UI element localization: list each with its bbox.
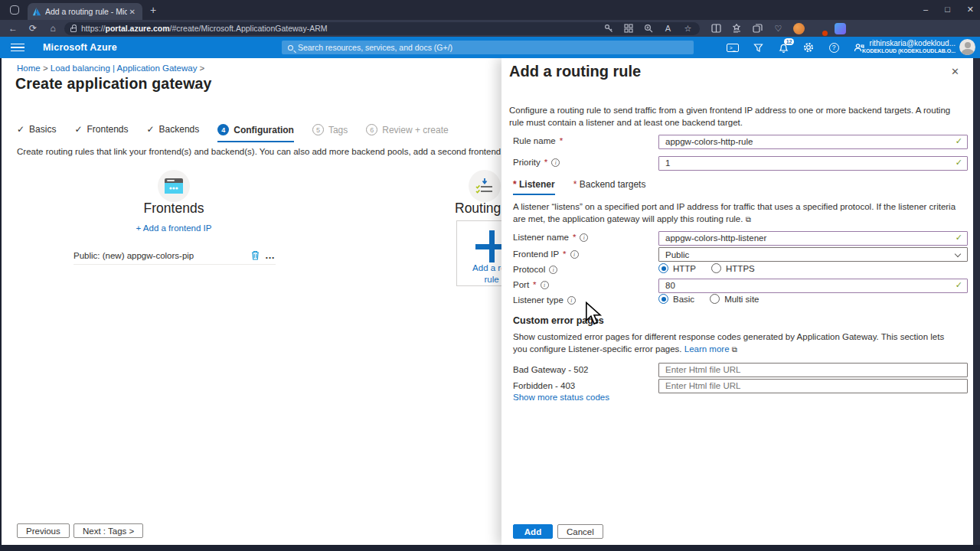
tab-title: Add a routing rule - Microsoft A...	[45, 7, 127, 16]
info-icon: i	[549, 266, 557, 274]
breadcrumb-load-balancing[interactable]: Load balancing | Application Gateway	[51, 64, 198, 73]
account-info[interactable]: rithinskaria@kodekloud... KODEKLOUD (KOD…	[862, 39, 956, 54]
add-button[interactable]: Add	[513, 524, 553, 539]
page-scrollbar[interactable]	[973, 58, 980, 545]
port-input[interactable]	[658, 279, 968, 293]
address-bar[interactable]: https://portal.azure.com/#create/Microso…	[64, 22, 700, 35]
help-icon[interactable]: ?	[828, 41, 840, 54]
portal-content: Home > Load balancing | Application Gate…	[0, 58, 980, 545]
show-more-status-codes-link[interactable]: Show more status codes	[513, 393, 609, 402]
password-key-icon[interactable]	[603, 23, 614, 34]
valid-check-icon: ✓	[956, 158, 962, 168]
frontends-section-title: Frontends	[116, 201, 231, 217]
check-icon: ✓	[74, 124, 82, 135]
add-frontend-ip-link[interactable]: + Add a frontend IP	[116, 223, 231, 233]
radio-http[interactable]: HTTP	[658, 263, 696, 273]
bad-gateway-input[interactable]	[658, 363, 968, 377]
settings-gear-icon[interactable]	[802, 41, 815, 54]
panel-close-icon[interactable]: ✕	[951, 66, 959, 77]
step-number: 5	[312, 124, 324, 135]
priority-label: Priority*i	[513, 158, 560, 167]
window-close-button[interactable]: ✕	[967, 5, 974, 15]
radio-multi-site[interactable]: Multi site	[710, 294, 759, 304]
rule-name-input[interactable]	[658, 135, 968, 149]
search-input[interactable]	[298, 43, 688, 52]
split-screen-icon[interactable]	[710, 23, 722, 34]
browser-essentials-icon[interactable]: ♡	[773, 23, 784, 34]
rule-name-field: ✓	[658, 134, 968, 148]
back-icon[interactable]: ←	[5, 23, 21, 34]
copilot-icon[interactable]	[835, 23, 846, 34]
bad-gateway-label: Bad Gateway - 502	[513, 365, 588, 374]
priority-field: ✓	[658, 155, 968, 170]
delete-trash-icon[interactable]	[251, 250, 260, 260]
radio-https[interactable]: HTTPS	[711, 263, 755, 273]
info-icon: i	[570, 250, 579, 259]
cloud-shell-icon[interactable]: >_	[727, 41, 739, 54]
tab-listener[interactable]: * Listener	[513, 179, 555, 195]
collections-icon[interactable]	[731, 23, 743, 34]
previous-button[interactable]: Previous	[17, 523, 70, 538]
settings-more-icon[interactable]	[814, 23, 825, 34]
tab-frontends[interactable]: ✓Frontends	[74, 124, 128, 140]
listener-type-label: Listener typei	[513, 295, 576, 305]
forbidden-label: Forbidden - 403	[513, 381, 575, 390]
tab-tags[interactable]: 5Tags	[312, 124, 348, 141]
priority-input[interactable]	[658, 156, 968, 171]
cancel-button[interactable]: Cancel	[557, 524, 603, 539]
tab-configuration[interactable]: 4Configuration	[217, 124, 294, 142]
window-maximize-button[interactable]: □	[945, 5, 950, 14]
notifications-bell-icon[interactable]: 12	[777, 41, 789, 54]
window-minimize-button[interactable]: –	[923, 5, 928, 14]
tab-groups-icon[interactable]	[752, 23, 763, 34]
radio-basic[interactable]: Basic	[658, 294, 694, 304]
new-tab-button[interactable]: +	[150, 4, 156, 16]
forbidden-field	[658, 378, 968, 393]
home-icon[interactable]: ⌂	[44, 23, 61, 34]
valid-check-icon: ✓	[956, 233, 962, 243]
directory-filter-icon[interactable]	[752, 41, 764, 54]
listener-name-input[interactable]	[658, 231, 968, 246]
listener-name-label: Listener name*i	[513, 233, 588, 242]
breadcrumb-home[interactable]: Home	[17, 64, 41, 73]
profile-avatar[interactable]	[793, 23, 805, 34]
browser-tab[interactable]: Add a routing rule - Microsoft A... ✕	[28, 3, 142, 20]
frontend-ip-row[interactable]: Public: (new) appgw-colors-pip …	[74, 246, 276, 265]
info-icon: i	[580, 233, 588, 242]
refresh-icon[interactable]: ⟳	[24, 23, 41, 34]
row-menu-icon[interactable]: …	[265, 249, 276, 261]
global-search[interactable]	[282, 41, 694, 54]
port-field: ✓	[658, 278, 968, 292]
valid-check-icon: ✓	[956, 280, 962, 290]
page-title-overflow-icon[interactable]: …	[193, 80, 203, 91]
azure-brand[interactable]: Microsoft Azure	[43, 42, 117, 53]
workspaces-icon[interactable]	[5, 2, 24, 18]
read-aloud-icon[interactable]: A	[662, 23, 674, 34]
tab-basics[interactable]: ✓Basics	[17, 124, 56, 140]
zoom-icon[interactable]	[642, 23, 654, 34]
learn-more-link[interactable]: Learn more	[684, 344, 730, 354]
favorites-star-icon[interactable]: ☆	[682, 23, 694, 34]
protocol-label: Protocoli	[513, 265, 557, 274]
tab-backends[interactable]: ✓Backends	[147, 124, 200, 140]
external-link-icon[interactable]: ⧉	[746, 215, 751, 223]
url-path: /#create/Microsoft.ApplicationGateway-AR…	[170, 24, 328, 33]
next-tags-button[interactable]: Next : Tags >	[74, 523, 143, 538]
portal-menu-icon[interactable]	[11, 44, 24, 52]
tab-close-icon[interactable]: ✕	[127, 8, 138, 16]
wizard-tabs: ✓Basics ✓Frontends ✓Backends 4Configurat…	[17, 124, 449, 142]
forbidden-input[interactable]	[658, 379, 968, 393]
valid-check-icon: ✓	[956, 136, 962, 146]
apps-grid-icon[interactable]	[622, 23, 634, 34]
tab-review-create[interactable]: 6Review + create	[366, 124, 448, 141]
panel-description: Configure a routing rule to send traffic…	[509, 104, 953, 129]
protocol-radio-group: HTTP HTTPS	[658, 263, 755, 273]
custom-error-pages-description: Show customized error pages for differen…	[513, 331, 956, 355]
frontend-ip-dropdown[interactable]: Public	[658, 247, 968, 262]
lock-icon	[70, 28, 77, 32]
port-label: Port*i	[513, 280, 549, 289]
external-link-icon[interactable]: ⧉	[732, 345, 737, 354]
info-icon: i	[567, 296, 576, 305]
tab-backend-targets[interactable]: * Backend targets	[573, 179, 646, 195]
account-avatar[interactable]	[959, 39, 975, 55]
